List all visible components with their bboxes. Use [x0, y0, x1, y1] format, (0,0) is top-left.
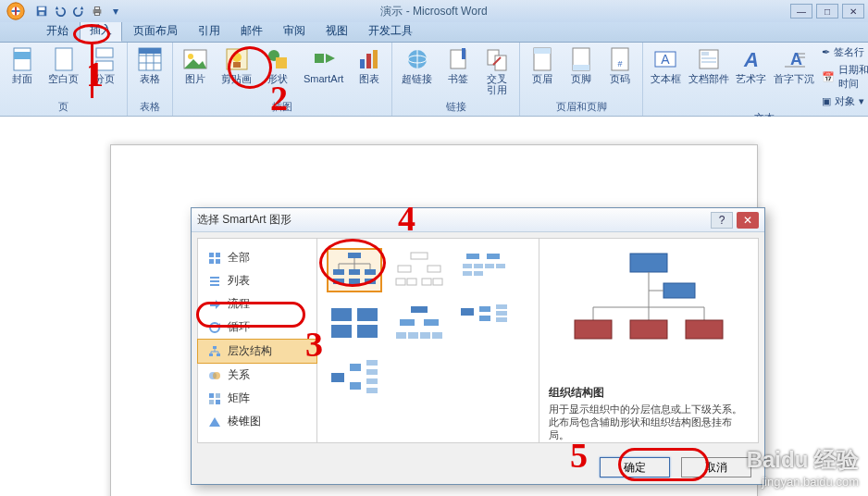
group-headerfooter: 页眉 页脚 #页码 页眉和页脚 [520, 43, 643, 116]
layout-hierarchy-2[interactable] [391, 248, 447, 292]
svg-rect-111 [396, 332, 406, 339]
layout-hierarchy-6[interactable] [456, 302, 512, 346]
cat-relationship[interactable]: 关系 [198, 364, 316, 387]
cat-pyramid[interactable]: 棱锥图 [198, 410, 316, 433]
pyramid-icon [207, 415, 222, 429]
svg-rect-90 [398, 266, 411, 272]
table-button[interactable]: 表格 [133, 44, 167, 86]
watermark-brand: Baidu 经验 [747, 445, 859, 475]
quickparts-label: 文档部件 [688, 73, 729, 84]
minimize-button[interactable]: — [790, 4, 812, 19]
qat-more-icon[interactable]: ▾ [109, 5, 122, 18]
svg-rect-57 [216, 253, 220, 257]
dialog-close-button[interactable]: ✕ [737, 212, 759, 229]
svg-rect-103 [474, 271, 483, 276]
cat-matrix[interactable]: 矩阵 [198, 387, 316, 410]
cat-cycle[interactable]: 循环 [198, 316, 316, 339]
svg-rect-118 [496, 304, 507, 309]
svg-rect-122 [350, 364, 361, 371]
group-links: 超链接 书签 交叉 引用 链接 [392, 43, 520, 116]
layout-hierarchy-3[interactable] [456, 248, 512, 292]
svg-rect-107 [357, 325, 378, 338]
layout-hierarchy-7[interactable] [327, 355, 382, 400]
cat-cycle-label: 循环 [228, 319, 250, 335]
bookmark-button[interactable]: 书签 [441, 44, 475, 86]
tab-review[interactable]: 审阅 [274, 20, 315, 42]
preview-image [549, 248, 749, 378]
tab-view[interactable]: 视图 [316, 20, 357, 42]
object-button[interactable]: ▣对象 ▾ [820, 93, 868, 109]
cat-relation-label: 关系 [228, 367, 250, 383]
textbox-button[interactable]: A文本框 [649, 44, 682, 86]
object-icon: ▣ [822, 95, 831, 107]
close-button[interactable]: ✕ [842, 4, 864, 19]
layout-org-chart[interactable] [327, 248, 382, 292]
maximize-button[interactable]: □ [816, 4, 838, 19]
cat-all-label: 全部 [228, 250, 250, 266]
office-button[interactable] [0, 0, 31, 22]
svg-rect-11 [14, 52, 31, 59]
clipart-button[interactable]: 剪贴画 [217, 44, 255, 86]
svg-rect-105 [357, 308, 378, 321]
svg-rect-102 [463, 271, 472, 276]
layout-hierarchy-5[interactable] [391, 302, 447, 346]
svg-rect-138 [686, 320, 723, 339]
svg-rect-92 [396, 279, 405, 285]
cat-hierarchy-label: 层次结构 [228, 343, 272, 359]
svg-rect-88 [365, 279, 376, 284]
group-pages: 封面 空白页 分页 页 [0, 43, 128, 116]
pageno-label: 页码 [610, 73, 630, 84]
svg-rect-109 [400, 319, 415, 326]
print-icon[interactable] [91, 5, 104, 18]
cat-list[interactable]: 列表 [198, 269, 316, 292]
wordart-label: 艺术字 [736, 73, 766, 84]
ok-button[interactable]: 确定 [600, 457, 670, 477]
cat-process[interactable]: 流程 [198, 292, 316, 316]
chart-button[interactable]: 图表 [353, 44, 386, 86]
crossref-button[interactable]: 交叉 引用 [480, 44, 514, 97]
tab-layout[interactable]: 页面布局 [124, 20, 187, 42]
dropcap-button[interactable]: A首字下沉 [774, 44, 815, 86]
svg-rect-13 [96, 48, 113, 57]
dialog-titlebar[interactable]: 选择 SmartArt 图形 ? ✕ [192, 208, 764, 232]
group-pages-label: 页 [6, 98, 121, 116]
cancel-button[interactable]: 取消 [681, 457, 751, 477]
chart-label: 图表 [359, 73, 379, 84]
picture-button[interactable]: 图片 [179, 44, 212, 86]
titlebar: ▾ 演示 - Microsoft Word — □ ✕ [0, 0, 868, 22]
svg-text:A: A [743, 48, 759, 71]
sigline-button[interactable]: ✒签名行 ▾ [820, 44, 868, 60]
tab-mailings[interactable]: 邮件 [231, 20, 272, 42]
svg-rect-76 [216, 400, 220, 404]
cat-list-label: 列表 [228, 273, 250, 289]
process-icon [207, 297, 222, 312]
cover-page-button[interactable]: 封面 [6, 44, 39, 86]
pageno-button[interactable]: #页码 [603, 44, 637, 86]
bookmark-label: 书签 [448, 73, 468, 84]
save-icon[interactable] [35, 5, 48, 18]
group-links-label: 链接 [398, 98, 514, 116]
page-break-button[interactable]: 分页 [88, 44, 121, 86]
cat-hierarchy[interactable]: 层次结构 [197, 339, 317, 364]
tab-developer[interactable]: 开发工具 [359, 20, 422, 42]
layout-hierarchy-4[interactable] [327, 302, 382, 346]
redo-icon[interactable] [72, 5, 85, 18]
header-button[interactable]: 页眉 [526, 44, 559, 86]
cat-all[interactable]: 全部 [198, 246, 316, 269]
datetime-button[interactable]: 📅日期和时间 [820, 62, 868, 92]
hyperlink-button[interactable]: 超链接 [398, 44, 436, 86]
smartart-button[interactable]: SmartArt [300, 44, 347, 86]
svg-rect-59 [216, 259, 220, 264]
dialog-help-button[interactable]: ? [711, 212, 733, 229]
quickparts-button[interactable]: 文档部件 [688, 44, 729, 86]
svg-rect-74 [216, 393, 220, 398]
undo-icon[interactable] [54, 5, 67, 18]
svg-rect-58 [209, 259, 214, 264]
tab-references[interactable]: 引用 [189, 20, 229, 42]
wordart-button[interactable]: A艺术字 [735, 44, 768, 86]
svg-rect-125 [366, 369, 378, 375]
tab-start[interactable]: 开始 [37, 20, 78, 42]
blank-page-button[interactable]: 空白页 [44, 44, 82, 86]
footer-button[interactable]: 页脚 [564, 44, 598, 86]
shapes-button[interactable]: 形状 [261, 44, 294, 86]
